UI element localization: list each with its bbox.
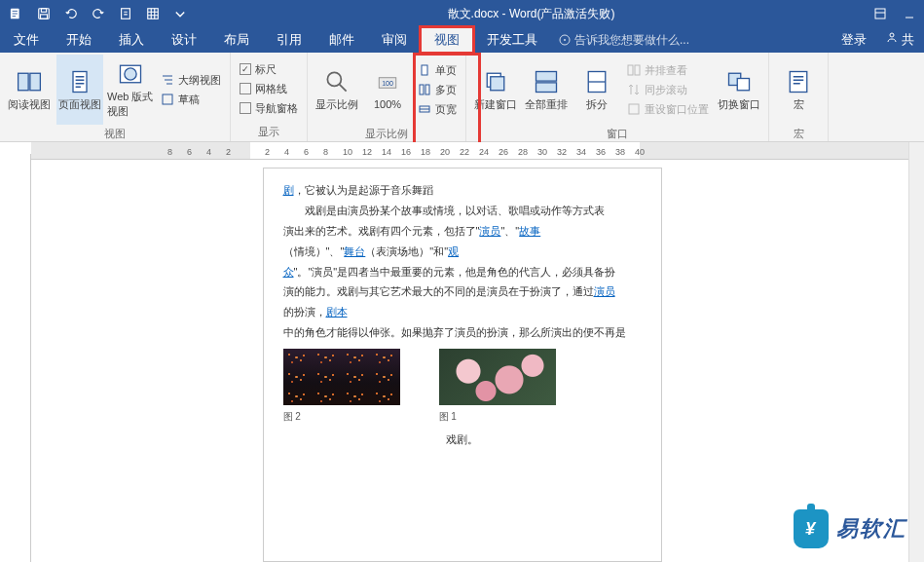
sync-scroll-button: 同步滚动 xyxy=(624,82,712,98)
svg-rect-4 xyxy=(122,9,130,19)
tab-references[interactable]: 引用 xyxy=(263,27,315,53)
svg-rect-28 xyxy=(628,65,633,75)
doc-line-4: （情境）"、"舞台（表演场地）"和"观 xyxy=(283,242,642,262)
gridlines-checkbox[interactable]: 网格线 xyxy=(237,81,301,97)
share-button[interactable]: 共 xyxy=(880,27,920,53)
svg-text:100: 100 xyxy=(382,80,393,87)
svg-rect-21 xyxy=(425,85,429,94)
tab-design[interactable]: 设计 xyxy=(158,27,210,53)
ruler-checkbox[interactable]: ✓标尺 xyxy=(237,61,301,78)
svg-rect-11 xyxy=(30,73,41,91)
group-zoom-label: 显示比例 xyxy=(314,125,460,143)
svg-rect-32 xyxy=(737,78,749,90)
group-show-label: 显示 xyxy=(237,123,301,141)
switch-windows-button[interactable]: 切换窗口 xyxy=(716,55,762,125)
tab-developer[interactable]: 开发工具 xyxy=(473,27,551,53)
tab-view[interactable]: 视图 xyxy=(421,27,473,53)
tab-file[interactable]: 文件 xyxy=(0,27,53,53)
login-button[interactable]: 登录 xyxy=(828,27,880,53)
svg-rect-5 xyxy=(148,9,159,19)
doc-image-1[interactable] xyxy=(283,349,400,405)
outline-view-button[interactable]: 大纲视图 xyxy=(158,72,224,89)
zoom-100-button[interactable]: 100100% xyxy=(364,55,411,125)
svg-rect-24 xyxy=(491,76,504,90)
word-app-icon[interactable] xyxy=(6,3,27,24)
doc-images-row: 图 2 图 1 xyxy=(283,349,642,426)
redo-icon[interactable] xyxy=(88,3,109,24)
svg-rect-26 xyxy=(536,82,557,92)
vertical-ruler[interactable] xyxy=(16,154,31,562)
document-page[interactable]: 剧，它被认为是起源于音乐舞蹈 戏剧是由演员扮某个故事或情境，以对话、歌唱或动作等… xyxy=(263,168,662,562)
tab-insert[interactable]: 插入 xyxy=(105,27,158,53)
draft-view-button[interactable]: 草稿 xyxy=(158,92,224,108)
page-width-button[interactable]: 页宽 xyxy=(415,101,460,118)
caption-2: 图 1 xyxy=(439,407,556,426)
macros-button[interactable]: 宏 xyxy=(775,55,822,125)
ribbon-options-icon[interactable] xyxy=(866,0,895,27)
document-area: 8642246810121416182022242628303234363840… xyxy=(0,142,924,562)
minimize-icon[interactable] xyxy=(895,0,924,27)
zoom-button[interactable]: 显示比例 xyxy=(314,55,360,125)
web-layout-button[interactable]: Web 版式视图 xyxy=(107,55,154,125)
group-window: 新建窗口 全部重排 拆分 并排查看 同步滚动 重设窗口位置 切换窗口 窗口 xyxy=(466,53,769,141)
ribbon: 阅读视图 页面视图 Web 版式视图 大纲视图 草稿 视图 ✓标尺 网格线 导航… xyxy=(0,53,924,142)
tab-layout[interactable]: 布局 xyxy=(210,27,263,53)
svg-point-16 xyxy=(327,72,341,86)
horizontal-ruler[interactable]: 8642246810121416182022242628303234363840 xyxy=(31,142,924,160)
group-views: 阅读视图 页面视图 Web 版式视图 大纲视图 草稿 视图 xyxy=(0,53,231,141)
new-window-button[interactable]: 新建窗口 xyxy=(472,55,519,125)
caption-1: 图 2 xyxy=(283,407,400,426)
svg-rect-29 xyxy=(635,65,640,75)
svg-point-8 xyxy=(564,39,566,41)
multi-page-button[interactable]: 多页 xyxy=(415,82,460,98)
undo-icon[interactable] xyxy=(60,3,82,24)
svg-rect-15 xyxy=(163,94,172,104)
doc-line-3: 演出来的艺术。戏剧有四个元素，包括了"演员"、"故事 xyxy=(283,221,642,242)
doc-line-1: 剧，它被认为是起源于音乐舞蹈 xyxy=(283,180,642,201)
doc-line-7: 的扮演，剧本 xyxy=(283,302,642,322)
svg-rect-19 xyxy=(422,65,427,75)
svg-rect-30 xyxy=(629,104,639,114)
svg-rect-20 xyxy=(420,85,424,94)
save-icon[interactable] xyxy=(33,3,55,24)
tab-review[interactable]: 审阅 xyxy=(368,27,421,53)
side-by-side-button: 并排查看 xyxy=(624,62,712,79)
doc-tail: 戏剧。 xyxy=(283,430,642,450)
group-window-label: 窗口 xyxy=(472,125,762,143)
svg-rect-2 xyxy=(41,9,46,13)
group-macros-label: 宏 xyxy=(775,125,822,143)
doc-line-5: 众"。"演员"是四者当中最重要的元素，他是角色的代言人，必须具备扮 xyxy=(283,262,642,282)
arrange-all-button[interactable]: 全部重排 xyxy=(523,55,570,125)
svg-rect-25 xyxy=(536,71,557,81)
tab-home[interactable]: 开始 xyxy=(53,27,105,53)
watermark-icon xyxy=(794,509,829,548)
qat-more-icon[interactable] xyxy=(169,3,191,24)
svg-point-9 xyxy=(890,33,894,37)
doc-line-8: 中的角色才能得以伸张。如果抛弃了演员的扮演，那么所演出的便不再是 xyxy=(283,322,642,343)
tell-me-search[interactable]: 告诉我您想要做什么... xyxy=(559,32,689,49)
split-button[interactable]: 拆分 xyxy=(573,55,620,125)
reset-window-position-button: 重设窗口位置 xyxy=(624,101,712,118)
print-layout-button[interactable]: 页面视图 xyxy=(56,55,103,125)
window-title: 散文.docx - Word(产品激活失败) xyxy=(197,6,866,22)
tab-mailings[interactable]: 邮件 xyxy=(315,27,368,53)
svg-point-14 xyxy=(125,68,136,80)
svg-rect-12 xyxy=(73,71,87,92)
doc-image-2[interactable] xyxy=(439,349,556,405)
vertical-scrollbar[interactable] xyxy=(908,142,924,562)
title-bar: 散文.docx - Word(产品激活失败) xyxy=(0,0,924,27)
svg-rect-3 xyxy=(41,15,48,19)
navpane-checkbox[interactable]: 导航窗格 xyxy=(237,100,301,117)
one-page-button[interactable]: 单页 xyxy=(415,62,460,79)
quick-access-toolbar xyxy=(0,3,197,24)
table-icon[interactable] xyxy=(142,3,164,24)
svg-rect-33 xyxy=(790,71,807,92)
doc-line-2: 戏剧是由演员扮某个故事或情境，以对话、歌唱或动作等方式表 xyxy=(283,201,642,221)
svg-rect-6 xyxy=(875,9,885,19)
watermark-logo: 易软汇 xyxy=(794,509,906,548)
group-show: ✓标尺 网格线 导航窗格 显示 xyxy=(231,53,308,141)
window-controls xyxy=(866,0,924,27)
read-mode-button[interactable]: 阅读视图 xyxy=(6,55,53,125)
new-file-icon[interactable] xyxy=(115,3,136,24)
tell-me-placeholder: 告诉我您想要做什么... xyxy=(574,32,689,49)
